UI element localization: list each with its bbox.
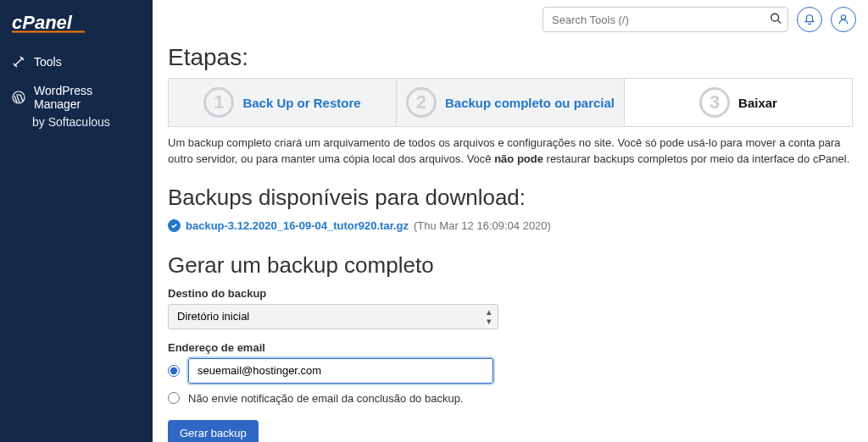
tools-icon — [12, 55, 25, 69]
step-backup-type[interactable]: 2 Backup completo ou parcial — [397, 79, 625, 126]
user-menu-button[interactable] — [831, 7, 856, 32]
generate-backup-button[interactable]: Gerar backup — [168, 420, 259, 442]
logo: cPanel — [0, 7, 153, 47]
cpanel-logo-icon: cPanel — [12, 12, 93, 34]
step-number: 2 — [406, 87, 437, 118]
step-number: 3 — [699, 87, 730, 118]
topbar — [153, 0, 868, 39]
description: Um backup completo criará um arquivament… — [168, 135, 853, 168]
steps: 1 Back Up or Restore 2 Backup completo o… — [168, 78, 853, 127]
step-label: Backup completo ou parcial — [445, 96, 615, 110]
sidebar-item-label: Tools — [34, 55, 62, 69]
search-wrap — [542, 7, 788, 32]
description-bold: não pode — [494, 152, 543, 165]
user-icon — [837, 14, 849, 25]
sidebar-subtitle: by Softaculous — [0, 113, 153, 136]
notifications-button[interactable] — [797, 7, 822, 32]
downloads-title: Backups disponíveis para download: — [168, 185, 853, 211]
step-label: Baixar — [738, 96, 777, 110]
email-input[interactable] — [188, 358, 493, 384]
backup-file-link[interactable]: backup-3.12.2020_16-09-04_tutor920.tar.g… — [186, 219, 409, 232]
step-number: 1 — [203, 87, 234, 118]
email-label: Endereço de email — [168, 341, 853, 354]
dest-select[interactable]: Diretório inicial — [168, 304, 498, 329]
search-icon[interactable] — [770, 13, 782, 27]
no-notify-radio[interactable] — [168, 392, 180, 404]
step-backup-restore[interactable]: 1 Back Up or Restore — [169, 79, 397, 126]
svg-point-3 — [771, 14, 779, 21]
check-circle-icon — [168, 219, 181, 232]
email-notify-radio[interactable] — [168, 365, 180, 377]
steps-title: Etapas: — [168, 44, 853, 71]
wordpress-icon — [12, 91, 25, 104]
main: Etapas: 1 Back Up or Restore 2 Backup co… — [153, 0, 868, 442]
backup-download-row: backup-3.12.2020_16-09-04_tutor920.tar.g… — [168, 219, 853, 232]
dest-select-wrap: Diretório inicial ▴▾ — [168, 304, 498, 329]
sidebar-item-wordpress[interactable]: WordPress Manager — [0, 76, 153, 119]
search-input[interactable] — [542, 7, 788, 32]
generate-title: Gerar um backup completo — [168, 252, 853, 279]
no-notify-label: Não envie notificação de email da conclu… — [188, 392, 464, 405]
sidebar: cPanel Tools WordPress Manager by Softac… — [0, 0, 153, 442]
no-notify-row: Não envie notificação de email da conclu… — [168, 392, 853, 405]
bell-icon — [804, 14, 815, 25]
backup-file-meta: (Thu Mar 12 16:09:04 2020) — [414, 219, 551, 232]
step-label: Back Up or Restore — [242, 96, 360, 110]
dest-label: Destino do backup — [168, 287, 853, 300]
sidebar-item-label: WordPress Manager — [34, 84, 141, 111]
content: Etapas: 1 Back Up or Restore 2 Backup co… — [153, 39, 868, 442]
svg-point-4 — [841, 15, 845, 19]
svg-rect-1 — [12, 31, 85, 33]
step-download[interactable]: 3 Baixar — [625, 79, 852, 126]
description-post: restaurar backups completos por meio da … — [543, 152, 849, 165]
sidebar-item-tools[interactable]: Tools — [0, 47, 153, 76]
email-notify-row — [168, 358, 853, 384]
svg-text:cPanel: cPanel — [12, 12, 73, 33]
